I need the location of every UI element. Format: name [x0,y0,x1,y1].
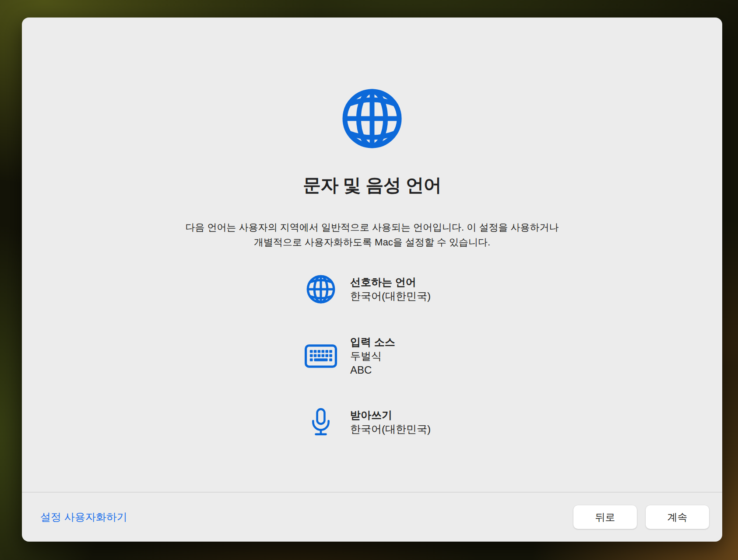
dictation-label: 받아쓰기 [350,408,431,422]
description-line-1: 다음 언어는 사용자의 지역에서 일반적으로 사용되는 언어입니다. 이 설정을… [22,220,722,235]
list-item-dictation: 받아쓰기 한국어(대한민국) [305,408,699,437]
page-description: 다음 언어는 사용자의 지역에서 일반적으로 사용되는 언어입니다. 이 설정을… [22,220,722,250]
description-line-2: 개별적으로 사용자화하도록 Mac을 설정할 수 있습니다. [22,235,722,250]
list-item-input-sources: 입력 소스 두벌식 ABC [305,335,699,377]
globe-hero-icon [340,87,404,150]
setup-assistant-window: 문자 및 음성 언어 다음 언어는 사용자의 지역에서 일반적으로 사용되는 언… [22,18,722,542]
list-item-preferred-language: 선호하는 언어 한국어(대한민국) [305,274,699,304]
preferred-language-value: 한국어(대한민국) [350,289,431,303]
input-source-value-2: ABC [350,363,395,377]
language-settings-list: 선호하는 언어 한국어(대한민국) 입력 소스 두벌식 ABC 받아쓰기 한국어… [305,274,699,437]
dictation-value: 한국어(대한민국) [350,422,431,436]
microphone-icon [311,408,331,437]
preferred-language-label: 선호하는 언어 [350,275,431,289]
input-source-value-1: 두벌식 [350,349,395,363]
customize-settings-link[interactable]: 설정 사용자화하기 [40,510,127,524]
continue-button[interactable]: 계속 [646,505,709,529]
back-button[interactable]: 뒤로 [573,505,637,529]
input-sources-label: 입력 소스 [350,335,395,349]
keyboard-icon [305,344,337,368]
globe-icon [306,274,336,304]
footer-bar: 설정 사용자화하기 뒤로 계속 [22,493,722,542]
page-title: 문자 및 음성 언어 [22,173,722,197]
